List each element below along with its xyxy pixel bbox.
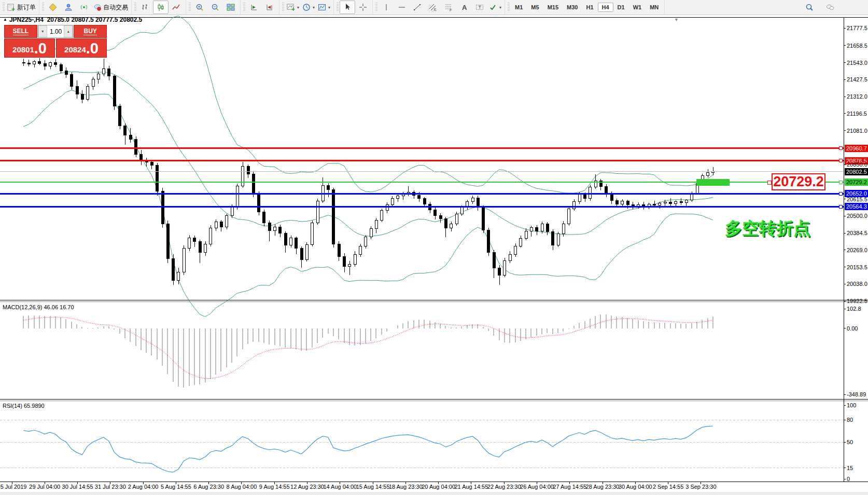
price-axis-tick: 20384.5 — [847, 230, 867, 236]
signals-button[interactable] — [76, 1, 92, 14]
timeframe-h4-button[interactable]: H4 — [598, 3, 613, 12]
timeframe-mn-button[interactable]: MN — [646, 3, 663, 12]
one-click-toggle-icon[interactable]: ▲ — [3, 17, 7, 22]
candle-body — [348, 264, 351, 266]
chart-window: 20960.720876.520802.520729.220652.020564… — [0, 15, 868, 492]
timeframe-m30-button[interactable]: M30 — [563, 3, 582, 12]
candle-body — [615, 201, 618, 204]
buy-button[interactable]: BUY — [74, 25, 107, 38]
auto-scroll-button[interactable] — [246, 1, 262, 14]
toolbar-group — [186, 0, 241, 15]
timeframe-h1-button[interactable]: H1 — [582, 3, 597, 12]
price-axis-tick: 21196.5 — [847, 111, 867, 117]
price-text-label[interactable]: 20729.2 — [772, 173, 825, 190]
toolbar-drag-handle[interactable] — [282, 3, 284, 12]
timeframe-m15-button[interactable]: M15 — [543, 3, 563, 12]
sell-button[interactable]: SELL — [4, 25, 37, 38]
equidistant-channel-button[interactable]: E — [425, 1, 441, 14]
chart-shift-marker-icon[interactable]: ▼ — [674, 17, 679, 22]
text-label-button[interactable]: T — [472, 1, 487, 14]
hline-handle[interactable] — [839, 205, 842, 208]
community-button[interactable] — [61, 1, 76, 14]
toolbar-drag-handle[interactable] — [134, 3, 136, 12]
cursor-icon — [343, 3, 352, 11]
toolbar-group — [334, 0, 373, 15]
hline-handle[interactable] — [839, 192, 842, 195]
chevron-down-icon[interactable]: ▾ — [313, 5, 315, 10]
timeframe-m5-button[interactable]: M5 — [527, 3, 543, 12]
toolbar-drag-handle[interactable] — [189, 3, 191, 12]
candle-body — [610, 194, 613, 200]
zoom-out-button[interactable] — [207, 1, 223, 14]
chart-header: ▲JPN225-,H4 20785.0 20807.5 20777.5 2080… — [3, 16, 142, 23]
macd-indicator-label: MACD(12,26,9) 46.06 16.70 — [3, 304, 74, 310]
time-axis-label: 20 Aug 04:00 — [422, 484, 455, 490]
toolbar-drag-handle[interactable] — [508, 3, 510, 12]
chart-canvas[interactable]: 20960.720876.520802.520729.220652.020564… — [0, 15, 868, 492]
chat-icon[interactable] — [822, 1, 838, 14]
svg-text:+: + — [11, 6, 15, 12]
timeframe-m1-button[interactable]: M1 — [511, 3, 527, 12]
time-axis-label: 28 Aug 23:30 — [586, 484, 620, 490]
chevron-down-icon[interactable]: ▾ — [328, 5, 330, 10]
search-icon[interactable] — [802, 1, 817, 14]
time-axis-label: 2 Sep 14:55 — [653, 484, 683, 490]
toolbar-drag-handle[interactable] — [243, 3, 245, 12]
hline-handle[interactable] — [839, 159, 842, 162]
channel-icon: E — [429, 3, 437, 11]
bar-chart-icon — [141, 3, 149, 11]
timeframe-d1-button[interactable]: D1 — [613, 3, 629, 12]
toolbar-drag-handle[interactable] — [375, 3, 377, 12]
hline-handle[interactable] — [839, 147, 842, 150]
buy-price[interactable]: 20824.0 — [56, 38, 107, 58]
chart-shift-icon — [265, 3, 274, 11]
cursor-button[interactable] — [340, 1, 355, 14]
periods-button[interactable]: ▾ — [301, 1, 316, 14]
templates-button[interactable]: ▾ — [316, 1, 332, 14]
volume-decrease-icon[interactable]: ▼ — [38, 25, 47, 37]
candle-body — [27, 63, 30, 64]
candle-body — [584, 194, 586, 199]
arrows-button[interactable]: ▾ — [487, 1, 503, 14]
candle-body — [316, 201, 319, 223]
new-order-button[interactable]: +新订单 — [6, 1, 37, 14]
hline-handle[interactable] — [839, 181, 842, 184]
candle-body — [450, 224, 453, 228]
chart-shift-button[interactable] — [262, 1, 277, 14]
text-button[interactable]: A — [456, 1, 472, 14]
timeframe-w1-button[interactable]: W1 — [629, 3, 646, 12]
candle-body — [520, 238, 522, 246]
sell-price[interactable]: 20801.0 — [4, 38, 55, 58]
bollinger-lower-band — [23, 90, 713, 317]
price-axis-tick: 20038.0 — [847, 281, 867, 287]
chevron-down-icon[interactable]: ▾ — [297, 5, 299, 10]
toolbar-drag-handle[interactable] — [337, 3, 339, 12]
zoom-in-button[interactable] — [192, 1, 207, 14]
candle-body — [44, 63, 46, 66]
candlestick-chart-button[interactable] — [153, 1, 169, 14]
autotrading-icon — [93, 3, 102, 11]
label-anchor-handle[interactable] — [767, 181, 771, 184]
bar-chart-button[interactable] — [137, 1, 153, 14]
window-bottom-strip — [0, 492, 868, 495]
metaeditor-button[interactable] — [45, 1, 61, 14]
new-chart-button[interactable]: +▾ — [285, 1, 301, 14]
rsi-axis-tick: 50 — [847, 439, 853, 445]
chevron-down-icon[interactable]: ▾ — [499, 5, 501, 10]
line-chart-button[interactable] — [169, 1, 184, 14]
autotrading-button[interactable]: 自动交易 — [92, 1, 130, 14]
tile-windows-button[interactable] — [223, 1, 239, 14]
candle-body — [530, 227, 533, 231]
toolbar-drag-handle[interactable] — [3, 3, 5, 12]
crosshair-button[interactable] — [355, 1, 371, 14]
horizontal-line-button[interactable] — [394, 1, 410, 14]
toolbar-drag-handle[interactable] — [42, 3, 44, 12]
fibonacci-button[interactable]: F — [441, 1, 456, 14]
candle-body — [129, 135, 132, 139]
volume-value[interactable]: 1.00 — [47, 25, 64, 37]
candle-body — [135, 139, 137, 154]
vertical-line-button[interactable] — [379, 1, 394, 14]
candle-body — [589, 187, 592, 199]
volume-increase-icon[interactable]: ▲ — [64, 25, 73, 37]
trendline-button[interactable] — [410, 1, 425, 14]
